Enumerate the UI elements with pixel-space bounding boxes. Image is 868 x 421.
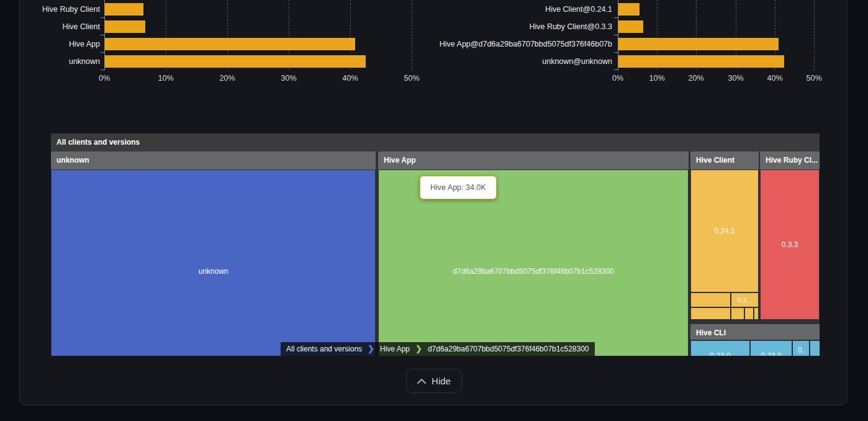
bar-hive-app[interactable]	[105, 38, 355, 50]
treemap-block-unknown[interactable]: unknown	[52, 170, 375, 356]
hide-button[interactable]: Hide	[406, 369, 462, 393]
treemap-block-hive-client-0-24-1[interactable]: 0.24.1	[691, 170, 758, 292]
axis-tick-label: 40%	[337, 74, 364, 83]
breadcrumb-item[interactable]: Hive App	[374, 342, 415, 356]
axis-tick	[614, 35, 618, 35]
treemap-block-label: 0.24.1	[714, 227, 735, 235]
axis-tick-label: 20%	[214, 74, 241, 83]
category-label: Hive Client@0.24.1	[428, 5, 612, 14]
treemap-block-hive-cli-version[interactable]: 0.	[793, 341, 809, 356]
axis-tick-label: 20%	[682, 74, 710, 83]
category-label: unknown@unknown	[428, 57, 612, 66]
treemap-block-hive-client-minor[interactable]	[745, 308, 753, 319]
treemap-block-label: 0.	[793, 346, 809, 355]
category-label: Hive Ruby Client@0.3.3	[428, 22, 612, 31]
axis-tick-label: 0%	[91, 74, 118, 83]
axis-tick-label: 50%	[800, 74, 828, 83]
bar-hive-app-d7d6a29ba6707bbd5075df376f46b07b[interactable]	[618, 38, 779, 50]
treemap-block-hive-cli-version[interactable]	[810, 341, 820, 356]
axis-tick	[614, 17, 618, 18]
treemap-root-header[interactable]: All clients and versions	[51, 134, 820, 152]
breadcrumb-item[interactable]: d7d6a29ba6707bbd5075df376f46b07b1c528300	[422, 342, 595, 356]
treemap-block-label: 0.23.0	[751, 351, 792, 356]
category-label: Hive App	[19, 40, 100, 48]
axis-tick-label: 10%	[152, 74, 179, 83]
treemap-group-header-hive-app[interactable]: Hive App	[378, 152, 689, 170]
treemap-group-header-hive-cli[interactable]: Hive CLI	[690, 324, 820, 340]
axis-tick	[614, 52, 618, 53]
treemap-block-hive-ruby-client-0-3-3[interactable]: 0.3.3	[761, 170, 819, 319]
treemap-block-hive-client-minor[interactable]	[754, 308, 758, 319]
bar-hive-client[interactable]	[105, 20, 145, 33]
treemap-group-header-unknown[interactable]: unknown	[51, 152, 376, 170]
axis-tick	[101, 17, 104, 18]
treemap-block-hive-client-minor[interactable]	[691, 293, 730, 307]
treemap-block-label: d7d6a29ba6707bbd5075df376f46b07b1c528300	[379, 267, 688, 276]
treemap-block-hive-client-minor[interactable]	[731, 308, 744, 319]
chevron-right-icon: ❯	[368, 342, 374, 356]
bar-unknown-unknown[interactable]	[618, 55, 784, 68]
treemap-block-hive-cli-version[interactable]: 0.23.0	[691, 341, 749, 356]
axis-tick-label: 30%	[275, 74, 302, 83]
axis-tick	[614, 70, 618, 70]
treemap-group-header-hive-client[interactable]: Hive Client	[690, 152, 759, 170]
category-label: unknown	[19, 57, 100, 66]
chevron-up-icon	[417, 379, 426, 384]
treemap-block-label: 0.23.0	[691, 351, 749, 356]
axis-tick-label: 30%	[722, 74, 749, 83]
axis-tick-label: 40%	[761, 74, 789, 83]
treemap-block-label: 0.3.3	[782, 240, 798, 249]
chevron-right-icon: ❯	[415, 342, 422, 356]
hide-button-label: Hide	[432, 376, 451, 386]
treemap-block-hive-client-minor[interactable]	[691, 308, 730, 319]
treemap-group-header-hive-ruby-client[interactable]: Hive Ruby Cl...	[760, 152, 820, 170]
treemap-block-label: 0.2...	[737, 296, 752, 304]
gridline	[814, 0, 815, 70]
treemap-breadcrumbs: All clients and versions❯Hive App❯d7d6a2…	[281, 342, 595, 356]
bar-hive-ruby-client[interactable]	[105, 3, 143, 16]
breadcrumb-item[interactable]: All clients and versions	[281, 342, 368, 356]
gridline	[412, 0, 412, 70]
treemap-block-hive-cli-version[interactable]: 0.23.0	[751, 341, 792, 356]
treemap-block-label: unknown	[52, 267, 375, 276]
axis-tick-label: 0%	[604, 74, 631, 83]
axis-tick	[101, 52, 104, 53]
axis-tick-label: 10%	[643, 74, 671, 83]
axis-tick-label: 50%	[398, 74, 425, 83]
axis-tick	[101, 70, 104, 70]
tooltip: Hive App: 34.0K	[420, 176, 497, 199]
clients-versions-treemap: All clients and versions unknownunknownH…	[51, 134, 820, 356]
category-label: Hive App@d7d6a29ba6707bbd5075df376f46b07…	[428, 40, 612, 48]
treemap-block-hive-client-minor[interactable]: 0.2...	[731, 293, 758, 307]
client-stats-dashboard: All clients and versions unknownunknownH…	[0, 0, 868, 421]
bar-unknown[interactable]	[105, 55, 366, 68]
bar-hive-ruby-client-0-3-3[interactable]	[618, 20, 643, 33]
category-label: Hive Ruby Client	[19, 5, 100, 14]
axis-tick	[101, 35, 104, 35]
category-label: Hive Client	[19, 22, 100, 31]
bar-hive-client-0-24-1[interactable]	[618, 3, 640, 16]
